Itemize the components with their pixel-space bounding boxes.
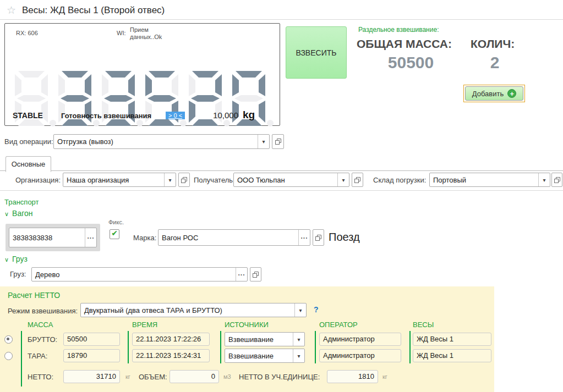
total-mass-label: ОБЩАЯ МАССА:: [357, 37, 452, 51]
mode-select[interactable]: Двукратный (два отвеса ТАРА и БРУТТО) ▾: [80, 303, 307, 317]
warehouse-label: Склад погрузки:: [373, 176, 426, 184]
open-icon: [275, 138, 282, 145]
favorite-star-icon[interactable]: ☆: [7, 5, 16, 16]
open-icon: [181, 176, 188, 184]
stable-indicator: STABLE: [13, 111, 43, 120]
wi-status: Прием данных..Ok: [130, 26, 178, 41]
train-label: Поезд: [329, 231, 360, 244]
cargo-group-toggle[interactable]: ∨Груз: [4, 255, 28, 263]
operator-input[interactable]: Администратор: [319, 349, 401, 362]
warehouse-select[interactable]: Портовый ▾: [429, 173, 550, 187]
netto-acc-unit-label: кг: [382, 373, 387, 380]
row-label: ТАРА:: [28, 352, 47, 360]
row-radio-tara[interactable]: [4, 352, 13, 360]
fields-divider: [0, 190, 563, 191]
scale-indicator-panel: RX: 606 WI: Прием данных..Ok STABLE Гото…: [4, 23, 280, 126]
chevron-down-icon: ∨: [4, 211, 9, 217]
chevron-down-icon[interactable]: ▾: [337, 173, 349, 186]
plus-icon: +: [507, 89, 516, 98]
column-mass: МАССА: [28, 321, 53, 329]
receiver-select[interactable]: ООО Тюльпан ▾: [233, 173, 349, 187]
operation-open-button[interactable]: [272, 134, 284, 149]
open-icon: [554, 176, 561, 184]
chevron-down-icon[interactable]: ▾: [258, 135, 269, 148]
readiness-indicator: Готовность взвешивания: [61, 112, 151, 120]
receiver-open-button[interactable]: [352, 173, 363, 187]
fix-label: Фикс.: [108, 219, 124, 226]
chevron-down-icon[interactable]: ▾: [164, 173, 176, 186]
ellipsis-icon[interactable]: ...: [236, 268, 247, 281]
netto-total-input: 31710: [63, 370, 120, 383]
column-time: ВРЕМЯ: [132, 321, 157, 329]
rx-status: RX: 606: [16, 30, 38, 37]
source-select[interactable]: Взвешивание ▾: [225, 332, 305, 346]
count-value: 2: [469, 53, 520, 72]
wagon-number-input[interactable]: 3838383838 ...: [9, 228, 97, 247]
wagon-group-toggle[interactable]: ∨Вагон: [4, 209, 33, 218]
scales-input[interactable]: ЖД Весы 1: [413, 333, 491, 346]
brand-input[interactable]: Вагон РОС ...: [158, 229, 310, 246]
chevron-down-icon: ∨: [4, 256, 9, 263]
column-sources: ИСТОЧНИКИ: [225, 321, 269, 329]
chevron-down-icon[interactable]: ▾: [293, 349, 304, 362]
source-select[interactable]: Взвешивание ▾: [225, 349, 305, 363]
scales-input[interactable]: ЖД Весы 1: [413, 349, 491, 362]
ellipsis-icon[interactable]: ...: [85, 228, 96, 247]
volume-input: 0: [170, 370, 219, 383]
time-input[interactable]: 22.11.2023 17:22:26: [132, 333, 210, 346]
row-radio-brutto[interactable]: [4, 335, 13, 344]
add-button-label: Добавить: [472, 90, 504, 98]
volume-label: ОБЪЕМ:: [139, 373, 167, 381]
operation-select[interactable]: Отгрузка (вывоз) ▾: [53, 134, 270, 149]
table-row-brutto: БРУТТО: 50500 22.11.2023 17:22:26 Взвеши…: [0, 332, 494, 347]
cargo-input[interactable]: Дерево ...: [31, 267, 248, 281]
netto-acc-input: 1810: [327, 370, 378, 383]
mass-input[interactable]: 18790: [63, 349, 120, 362]
chevron-down-icon[interactable]: ▾: [293, 333, 304, 346]
open-icon: [252, 271, 259, 278]
chevron-down-icon[interactable]: ▾: [294, 303, 306, 317]
fix-checkbox[interactable]: ✔: [110, 229, 119, 239]
netto-unit-label: кг: [125, 373, 130, 380]
chevron-down-icon[interactable]: ▾: [538, 173, 550, 186]
column-scales: ВЕСЫ: [413, 321, 434, 329]
total-mass-value: 50500: [357, 53, 465, 72]
transport-title: Транспорт: [4, 198, 39, 206]
row-label: БРУТТО:: [28, 335, 57, 344]
add-button-focus-ring: Добавить +: [463, 85, 525, 102]
ellipsis-icon[interactable]: ...: [298, 230, 310, 245]
zero-badge[interactable]: > 0 <: [166, 112, 185, 119]
open-icon: [354, 176, 361, 184]
tab-strip-line: [0, 170, 563, 171]
table-row-tara: ТАРА: 18790 22.11.2023 15:24:31 Взвешива…: [0, 349, 494, 363]
organization-open-button[interactable]: [178, 173, 190, 187]
wagon-number-highlight: 3838383838 ...: [6, 224, 100, 251]
weigh-button[interactable]: ВЗВЕСИТЬ: [286, 26, 347, 79]
operation-label: Вид операции:: [4, 137, 53, 146]
separate-weighing-title: Раздельное взвешивание:: [358, 26, 439, 34]
organization-label: Организация:: [15, 176, 61, 184]
weighing-window: ☆ Весы: ЖД Весы 1 (Второй отвес) RX: 606…: [0, 0, 563, 392]
cargo-open-button[interactable]: [250, 267, 261, 281]
warehouse-open-button[interactable]: [551, 173, 562, 187]
time-input[interactable]: 22.11.2023 15:24:31: [132, 349, 210, 362]
division-value: 10,000: [199, 111, 238, 120]
add-button[interactable]: Добавить +: [465, 86, 523, 101]
netto-title: Расчет НЕТТО: [8, 291, 60, 300]
operator-input[interactable]: Администратор: [319, 333, 401, 346]
column-operator: ОПЕРАТОР: [319, 321, 358, 329]
cargo-label: Груз:: [10, 270, 26, 278]
brand-open-button[interactable]: [313, 229, 324, 246]
organization-select[interactable]: Наша организация ▾: [63, 173, 176, 187]
page-title: Весы: ЖД Весы 1 (Второй отвес): [22, 5, 165, 16]
tab-main[interactable]: Основные: [6, 156, 51, 172]
receiver-label: Получатель:: [194, 176, 235, 184]
volume-unit-label: м3: [223, 373, 231, 380]
title-divider: [0, 19, 563, 20]
brand-label: Марка:: [133, 234, 156, 242]
help-link[interactable]: ?: [314, 305, 319, 314]
mass-input[interactable]: 50500: [63, 333, 120, 346]
mode-label: Режим взвешивания:: [8, 307, 78, 315]
unit-label: kg: [243, 109, 255, 121]
open-icon: [315, 234, 322, 241]
